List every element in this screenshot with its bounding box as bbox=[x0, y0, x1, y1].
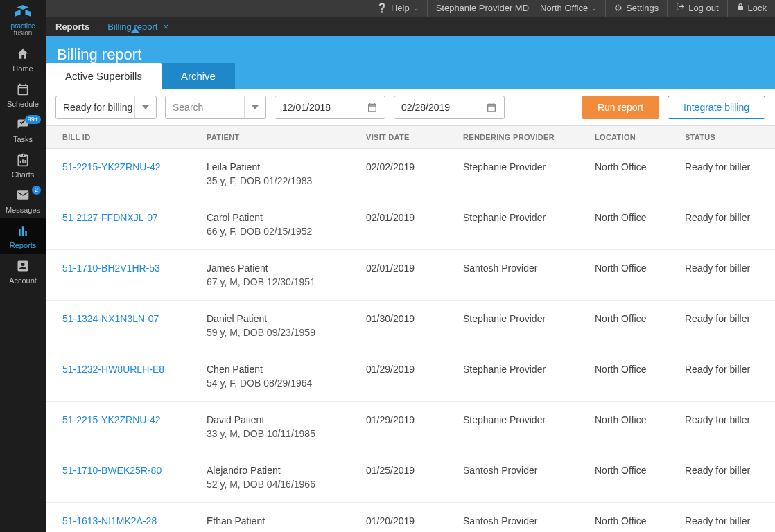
table-row: 51-2215-YK2ZRNU-42Leila Patient35 y, F, … bbox=[46, 149, 775, 200]
office-name: North Office bbox=[540, 0, 588, 17]
bill-id-link[interactable]: 51-1613-NI1MK2A-28 bbox=[62, 515, 157, 526]
status: Ready for biller bbox=[677, 351, 775, 402]
provider: Stephanie Provider bbox=[455, 351, 586, 402]
table-row: 51-1232-HW8URLH-E8Chen Patient54 y, F, D… bbox=[46, 351, 775, 402]
user-name: Stephanie Provider MD bbox=[436, 0, 529, 17]
schedule-icon bbox=[16, 89, 30, 98]
svg-marker-4 bbox=[17, 15, 29, 20]
settings-label: Settings bbox=[626, 0, 659, 17]
status: Ready for biller bbox=[677, 503, 775, 533]
svg-marker-3 bbox=[25, 10, 31, 17]
date-to-input[interactable]: 02/28/2019 bbox=[394, 96, 505, 119]
lock-icon bbox=[736, 0, 744, 17]
nav-item-tasks[interactable]: 99+Tasks bbox=[0, 112, 46, 148]
patient-name: Chen Patient bbox=[207, 364, 263, 375]
visit-date: 01/20/2019 bbox=[358, 503, 455, 533]
tab-archive[interactable]: Archive bbox=[162, 63, 235, 89]
table-row: 51-2215-YK2ZRNU-42David Patient33 y, M, … bbox=[46, 402, 775, 452]
patient-sub: 35 y, F, DOB 01/22/1983 bbox=[207, 175, 349, 186]
visit-date: 01/29/2019 bbox=[358, 351, 455, 402]
nav-label: Home bbox=[0, 64, 46, 73]
open-tab-billing-report[interactable]: Billing report × bbox=[99, 21, 171, 32]
results-table-wrap[interactable]: BILL ID PATIENT VISIT DATE RENDERING PRO… bbox=[46, 126, 775, 532]
help-menu[interactable]: ❔ Help ⌄ bbox=[368, 0, 427, 17]
table-row: 51-1710-BWEK25R-80Alejandro Patient52 y,… bbox=[46, 452, 775, 503]
location: North Office bbox=[586, 200, 677, 250]
date-from-input[interactable]: 12/01/2018 bbox=[275, 96, 385, 119]
chevron-down-icon bbox=[142, 105, 149, 109]
nav-item-home[interactable]: Home bbox=[0, 42, 46, 77]
patient-name: James Patient bbox=[207, 263, 268, 274]
bill-id-link[interactable]: 51-1324-NX1N3LN-07 bbox=[62, 313, 159, 324]
search-dropdown[interactable]: Search bbox=[165, 96, 266, 119]
bill-id-link[interactable]: 51-2215-YK2ZRNU-42 bbox=[62, 161, 161, 172]
col-bill-id[interactable]: BILL ID bbox=[46, 126, 198, 149]
help-icon: ❔ bbox=[376, 0, 388, 17]
col-provider[interactable]: RENDERING PROVIDER bbox=[455, 126, 586, 149]
col-patient[interactable]: PATIENT bbox=[198, 126, 358, 149]
logo-icon bbox=[11, 5, 35, 21]
close-icon[interactable]: × bbox=[163, 21, 168, 32]
office-menu[interactable]: North Office ⌄ bbox=[537, 0, 605, 17]
status: Ready for biller bbox=[677, 149, 775, 200]
nav-item-charts[interactable]: Charts bbox=[0, 148, 46, 183]
nav-item-schedule[interactable]: Schedule bbox=[0, 77, 46, 112]
status: Ready for biller bbox=[677, 452, 775, 503]
status: Ready for biller bbox=[677, 250, 775, 301]
gear-icon: ⚙ bbox=[614, 0, 622, 17]
location: North Office bbox=[586, 250, 677, 301]
patient-sub: 33 y, M, DOB 10/11/1985 bbox=[207, 428, 349, 439]
status-filter-dropdown[interactable]: Ready for billing bbox=[55, 96, 157, 119]
nav-item-reports[interactable]: Reports bbox=[0, 218, 46, 254]
patient-sub: 59 y, M, DOB 09/23/1959 bbox=[207, 327, 349, 338]
messages-icon bbox=[16, 195, 30, 204]
calendar-icon bbox=[486, 102, 497, 113]
help-label: Help bbox=[391, 0, 410, 17]
bill-id-link[interactable]: 51-1710-BH2V1HR-53 bbox=[62, 263, 160, 274]
provider: Santosh Provider bbox=[455, 503, 586, 533]
col-location[interactable]: LOCATION bbox=[586, 126, 677, 149]
location: North Office bbox=[586, 301, 677, 351]
visit-date: 02/02/2019 bbox=[358, 149, 455, 200]
nav-item-account[interactable]: Account bbox=[0, 254, 46, 289]
tab-active-superbills[interactable]: Active Superbills bbox=[46, 63, 162, 89]
visit-date: 02/01/2019 bbox=[358, 200, 455, 250]
provider: Stephanie Provider bbox=[455, 402, 586, 452]
settings-link[interactable]: ⚙ Settings bbox=[605, 0, 667, 17]
table-row: 51-1710-BH2V1HR-53James Patient67 y, M, … bbox=[46, 250, 775, 301]
patient-name: Carol Patient bbox=[207, 212, 263, 223]
status: Ready for biller bbox=[677, 301, 775, 351]
breadcrumb-root[interactable]: Reports bbox=[46, 21, 99, 32]
provider: Stephanie Provider bbox=[455, 301, 586, 351]
leftnav: practice fusion HomeSchedule99+TasksChar… bbox=[0, 0, 46, 532]
bill-id-link[interactable]: 51-2215-YK2ZRNU-42 bbox=[62, 414, 161, 425]
account-icon bbox=[16, 266, 30, 274]
chevron-down-icon bbox=[252, 105, 259, 109]
location: North Office bbox=[586, 402, 677, 452]
chevron-down-icon: ⌄ bbox=[413, 0, 419, 17]
brand-logo[interactable]: practice fusion bbox=[0, 0, 46, 42]
table-row: 51-1613-NI1MK2A-28Ethan Patient01/20/201… bbox=[46, 503, 775, 533]
run-report-button[interactable]: Run report bbox=[582, 96, 659, 119]
patient-sub: 67 y, M, DOB 12/30/1951 bbox=[207, 276, 349, 287]
bill-id-link[interactable]: 51-1232-HW8URLH-E8 bbox=[62, 364, 164, 375]
bill-id-link[interactable]: 51-1710-BWEK25R-80 bbox=[62, 465, 162, 476]
reports-icon bbox=[16, 231, 30, 239]
page-header: Billing report Active Superbills Archive bbox=[46, 36, 775, 89]
col-visit[interactable]: VISIT DATE bbox=[358, 126, 455, 149]
logout-label: Log out bbox=[688, 0, 718, 17]
bill-id-link[interactable]: 51-2127-FFDNXJL-07 bbox=[62, 212, 158, 223]
logout-link[interactable]: Log out bbox=[667, 0, 726, 17]
status: Ready for biller bbox=[677, 200, 775, 250]
nav-label: Charts bbox=[0, 170, 46, 179]
location: North Office bbox=[586, 503, 677, 533]
table-row: 51-1324-NX1N3LN-07Daniel Patient59 y, M,… bbox=[46, 301, 775, 351]
integrate-billing-button[interactable]: Integrate billing bbox=[668, 96, 765, 119]
nav-label: Tasks bbox=[0, 135, 46, 143]
location: North Office bbox=[586, 452, 677, 503]
lock-link[interactable]: Lock bbox=[727, 0, 775, 17]
nav-item-messages[interactable]: 2Messages bbox=[0, 183, 46, 218]
col-status[interactable]: STATUS bbox=[677, 126, 775, 149]
user-menu[interactable]: Stephanie Provider MD bbox=[427, 0, 537, 17]
results-table: BILL ID PATIENT VISIT DATE RENDERING PRO… bbox=[46, 126, 775, 532]
